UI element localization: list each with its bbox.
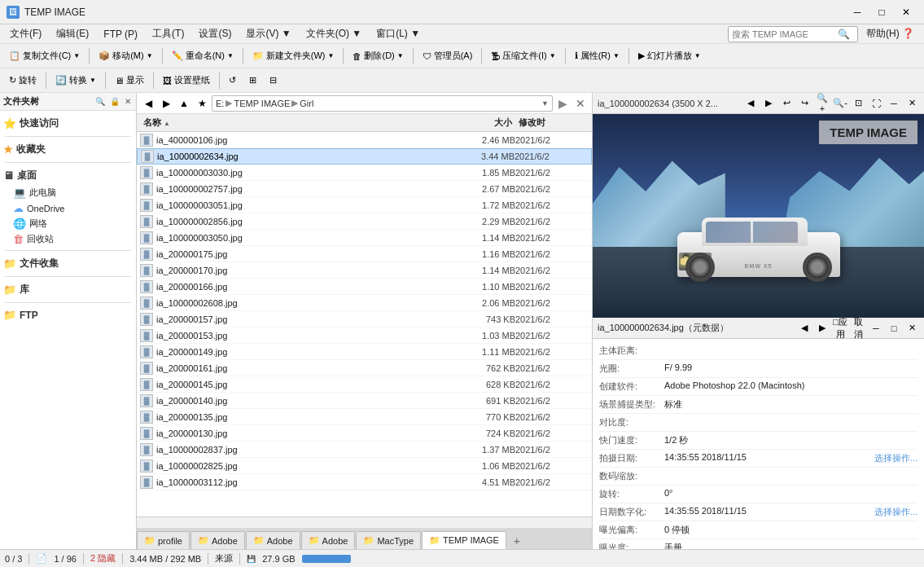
table-row[interactable]: ▓ ia_200000170.jpg 1.14 MB 2021/6/2 xyxy=(137,262,592,279)
tab-adobe-1[interactable]: 📁 Adobe xyxy=(190,531,245,549)
rotate-button[interactable]: ↻ 旋转 xyxy=(3,71,42,90)
table-row[interactable]: ▓ ia_10000003112.jpg 4.51 MB 2021/6/2 xyxy=(137,474,592,490)
minimize-button[interactable]: ─ xyxy=(846,4,869,20)
preview-minimize[interactable]: ─ xyxy=(887,96,901,111)
file-panel-close-button[interactable]: ✕ xyxy=(572,95,589,112)
zoom-out-button[interactable]: ⊟ xyxy=(264,71,282,90)
sidebar-item-quick-access[interactable]: ⭐ 快速访问 xyxy=(0,114,136,133)
meta-nav-prev[interactable]: ◀ xyxy=(797,321,812,336)
properties-button[interactable]: ℹ 属性(R) ▼ xyxy=(569,46,625,66)
meta-close[interactable]: ✕ xyxy=(904,321,919,336)
table-row[interactable]: ▓ ia_200000130.jpg 724 KB 2021/6/2 xyxy=(137,425,592,442)
menu-tools[interactable]: 工具(T) xyxy=(146,25,190,42)
menu-settings[interactable]: 设置(S) xyxy=(192,25,238,42)
nav-forward-button[interactable]: ▶ xyxy=(158,95,174,112)
zoom-in-button[interactable]: ⊞ xyxy=(243,71,262,90)
preview-fullscreen[interactable]: ⛶ xyxy=(869,96,883,111)
table-row[interactable]: ▓ ia_100000003030.jpg 1.85 MB 2021/6/2 xyxy=(137,165,592,181)
menu-window[interactable]: 窗口(L) ▼ xyxy=(370,25,427,42)
table-row[interactable]: ▓ ia_200000145.jpg 628 KB 2021/6/2 xyxy=(137,376,592,393)
table-row[interactable]: ▓ ia_100000002856.jpg 2.29 MB 2021/6/2 xyxy=(137,213,592,230)
tab-profile[interactable]: 📁 profile xyxy=(137,531,190,549)
meta-cancel-btn[interactable]: 取消 xyxy=(851,321,865,336)
table-row[interactable]: ▓ ia_100000003050.jpg 1.14 MB 2021/6/2 xyxy=(137,230,592,246)
display-button[interactable]: 🖥 显示 xyxy=(109,71,150,90)
meta-apply-btn[interactable]: □应用 xyxy=(833,321,847,336)
close-button[interactable]: ✕ xyxy=(895,4,917,20)
sidebar-item-onedrive[interactable]: ☁ OneDrive xyxy=(0,200,136,216)
rename-button[interactable]: ✏️ 重命名(N) ▼ xyxy=(166,46,239,66)
menu-ftp[interactable]: FTP (P) xyxy=(97,27,144,42)
table-row[interactable]: ▓ ia_400000106.jpg 2.46 MB 2021/6/2 xyxy=(137,132,592,148)
wallpaper-button[interactable]: 🖼 设置壁纸 xyxy=(157,71,216,90)
nav-up-button[interactable]: ▲ xyxy=(176,95,192,112)
table-row[interactable]: ▓ ia_200000161.jpg 762 KB 2021/6/2 xyxy=(137,360,592,376)
copy-files-button[interactable]: 📋 复制文件(C) ▼ xyxy=(3,46,85,66)
tab-adobe-3[interactable]: 📁 Adobe xyxy=(301,531,356,549)
preview-nav-prev[interactable]: ◀ xyxy=(743,96,758,111)
nav-star-button[interactable]: ★ xyxy=(194,95,210,112)
col-header-date[interactable]: 修改时 xyxy=(515,115,589,130)
preview-nav-next[interactable]: ▶ xyxy=(761,96,776,111)
table-row[interactable]: ▓ ia_200000153.jpg 1.03 MB 2021/6/2 xyxy=(137,327,592,344)
admin-button[interactable]: 🛡 管理员(A) xyxy=(417,46,479,66)
sidebar-item-this-pc[interactable]: 💻 此电脑 xyxy=(0,185,136,200)
nav-back-button[interactable]: ◀ xyxy=(140,95,156,112)
convert-button[interactable]: 🔄 转换 ▼ xyxy=(50,71,102,90)
refresh-button[interactable]: ↺ xyxy=(223,71,242,90)
path-dropdown-icon[interactable]: ▼ xyxy=(541,99,549,108)
preview-rotate-cw[interactable]: ↪ xyxy=(797,96,812,111)
file-panel-next-button[interactable]: ▶ xyxy=(554,95,571,112)
menu-edit[interactable]: 编辑(E) xyxy=(50,25,95,42)
preview-rotate-ccw[interactable]: ↩ xyxy=(779,96,794,111)
col-header-size[interactable]: 大小 xyxy=(450,115,515,130)
menu-view[interactable]: 显示(V) ▼ xyxy=(239,25,297,42)
table-row[interactable]: ▓ ia_200000166.jpg 1.10 MB 2021/6/2 xyxy=(137,279,592,295)
table-row[interactable]: ▓ ia_200000140.jpg 691 KB 2021/6/2 xyxy=(137,393,592,409)
col-header-name[interactable]: 名称 ▲ xyxy=(140,115,450,130)
table-row[interactable]: ▓ ia_10000002825.jpg 1.06 MB 2021/6/2 xyxy=(137,458,592,474)
meta-maximize[interactable]: □ xyxy=(887,321,901,336)
table-row[interactable]: ▓ ia_100000003051.jpg 1.72 MB 2021/6/2 xyxy=(137,197,592,213)
preview-zoom-reset[interactable]: ⊡ xyxy=(851,96,865,111)
new-folder-button[interactable]: 📁 新建文件夹(W) ▼ xyxy=(247,46,340,66)
preview-zoom-out[interactable]: 🔍- xyxy=(833,96,847,111)
table-row[interactable]: ▓ ia_200000149.jpg 1.11 MB 2021/6/2 xyxy=(137,344,592,360)
sidebar-item-file-collection[interactable]: 📁 文件收集 xyxy=(0,254,136,273)
table-row[interactable]: ▓ ia_10000002837.jpg 1.37 MB 2021/6/2 xyxy=(137,442,592,458)
preview-zoom-in[interactable]: 🔍+ xyxy=(815,96,830,111)
tree-close-icon[interactable]: ✕ xyxy=(123,96,133,107)
horizontal-scrollbar[interactable] xyxy=(137,516,592,528)
meta-nav-next[interactable]: ▶ xyxy=(815,321,830,336)
compress-button[interactable]: 🗜 压缩文件(I) ▼ xyxy=(485,46,561,66)
menu-file[interactable]: 文件(F) xyxy=(3,25,48,42)
meta-minimize[interactable]: ─ xyxy=(869,321,883,336)
table-row[interactable]: ▓ ia_10000002608.jpg 2.06 MB 2021/6/2 xyxy=(137,295,592,311)
tab-adobe-2[interactable]: 📁 Adobe xyxy=(246,531,300,549)
menu-folder[interactable]: 文件夹(O) ▼ xyxy=(300,25,369,42)
sidebar-item-ftp[interactable]: 📁 FTP xyxy=(0,306,136,323)
sidebar-item-favorites[interactable]: ★ 收藏夹 xyxy=(0,140,136,159)
sidebar-item-library[interactable]: 📁 库 xyxy=(0,280,136,299)
tab-add-button[interactable]: + xyxy=(509,533,525,549)
sidebar-item-desktop[interactable]: 🖥 桌面 xyxy=(0,166,136,185)
table-row[interactable]: ▓ ia_200000175.jpg 1.16 MB 2021/6/2 xyxy=(137,246,592,262)
slideshow-button[interactable]: ▶ 幻灯片播放 ▼ xyxy=(633,46,707,66)
sidebar-item-network[interactable]: 🌐 网络 xyxy=(0,216,136,231)
tree-search-icon[interactable]: 🔍 xyxy=(94,96,107,107)
path-display[interactable]: E: ▶ TEMP IMAGE ▶ Girl ▼ xyxy=(212,95,553,112)
tab-temp-image[interactable]: 📁 TEMP IMAGE xyxy=(422,531,506,549)
sidebar-item-recycle[interactable]: 🗑 回收站 xyxy=(0,231,136,247)
delete-button[interactable]: 🗑 删除(D) ▼ xyxy=(347,46,409,66)
tree-lock-icon[interactable]: 🔒 xyxy=(108,96,121,107)
move-button[interactable]: 📦 移动(M) ▼ xyxy=(93,46,158,66)
tab-mactype[interactable]: 📁 MacType xyxy=(356,531,421,549)
menu-help[interactable]: 帮助(H) ❓ xyxy=(860,25,921,42)
table-row[interactable]: ▓ ia_200000135.jpg 770 KB 2021/6/2 xyxy=(137,409,592,425)
table-row[interactable]: ▓ ia_100000002757.jpg 2.67 MB 2021/6/2 xyxy=(137,181,592,197)
meta-action-link[interactable]: 选择操作... xyxy=(874,506,917,518)
table-row[interactable]: ▓ ia_10000002634.jpg 3.44 MB 2021/6/2 xyxy=(137,148,592,165)
meta-action-link[interactable]: 选择操作... xyxy=(874,452,917,464)
preview-close[interactable]: ✕ xyxy=(904,96,919,111)
search-input[interactable] xyxy=(732,29,838,39)
